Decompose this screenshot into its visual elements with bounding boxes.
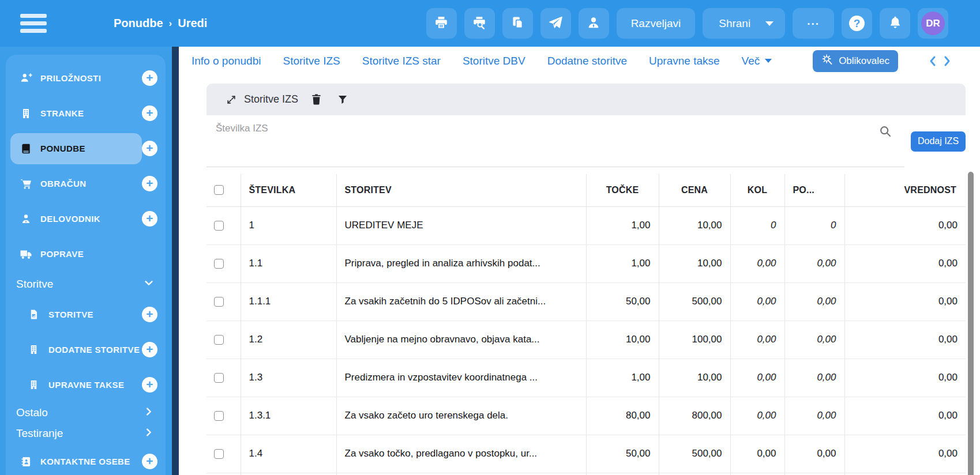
save-button[interactable]: Shrani — [703, 8, 785, 39]
sidebar-item-dodatne-storitve: DODATNE STORITVE + — [10, 332, 157, 367]
cell-kol[interactable]: 0,00 — [730, 321, 784, 359]
column-header-po[interactable]: PO... — [784, 174, 844, 206]
row-checkbox[interactable] — [214, 449, 224, 459]
sidebar-group-testiranje[interactable]: Testiranje — [10, 423, 157, 444]
add-ponudba-button[interactable]: + — [142, 141, 157, 156]
cell-po[interactable]: 0,00 — [784, 435, 844, 473]
search-icon[interactable] — [878, 125, 892, 138]
table-row[interactable]: 1.1 Priprava, pregled in analiza arhivsk… — [206, 244, 966, 282]
undo-button[interactable]: Razveljavi — [617, 8, 696, 39]
sidebar-item-priloznosti: PRILOŽNOSTI + — [10, 61, 157, 96]
row-checkbox[interactable] — [214, 335, 224, 345]
cell-po[interactable]: 0,00 — [784, 321, 844, 359]
table-row[interactable]: 1 UREDITEV MEJE 1,00 10,00 0 0 0,00 — [206, 206, 966, 244]
table-row[interactable]: 1.3 Predizmera in vzpostavitev koordinat… — [206, 359, 966, 397]
send-button[interactable] — [540, 8, 571, 39]
tab-dodatne-storitve[interactable]: Dodatne storitve — [547, 55, 627, 67]
cell-kol[interactable]: 0,00 — [730, 397, 784, 435]
column-header-kol[interactable]: KOL — [730, 174, 784, 206]
add-obracun-button[interactable]: + — [142, 176, 157, 191]
tab-info-o-ponudbi[interactable]: Info o ponudbi — [192, 55, 261, 67]
sidebar-link-ponudbe[interactable]: PONUDBE — [10, 133, 142, 164]
table-row[interactable]: 1.1.1 Za vsakih začetnih do 5 IDPOSov al… — [206, 282, 966, 321]
cell-kol[interactable]: 0,00 — [730, 435, 784, 473]
cell-kol[interactable]: 0,00 — [730, 282, 784, 321]
sidebar-link-dodatne-storitve[interactable]: DODATNE STORITVE — [10, 334, 142, 365]
sidebar-link-kontaktne-osebe[interactable]: KONTAKTNE OSEBE — [10, 446, 142, 475]
row-checkbox[interactable] — [214, 373, 224, 383]
cell-tocke: 1,00 — [586, 206, 659, 244]
tab-more-menu[interactable]: Več — [742, 55, 772, 67]
add-stranka-button[interactable]: + — [142, 105, 157, 121]
vertical-scrollbar[interactable] — [968, 172, 974, 475]
cell-kol[interactable]: 0,00 — [730, 244, 784, 282]
sidebar-item-label: STRANKE — [40, 108, 84, 118]
print-preview-button[interactable] — [464, 8, 495, 39]
notifications-button[interactable] — [880, 8, 910, 39]
cell-po[interactable]: 0 — [784, 206, 844, 244]
help-button[interactable]: ? — [842, 8, 872, 39]
column-header-tocke[interactable]: TOČKE — [586, 174, 659, 206]
add-delovodnik-button[interactable]: + — [142, 211, 157, 227]
sidebar-group-storitve[interactable]: Storitve — [10, 272, 157, 297]
cell-kol[interactable]: 0 — [730, 206, 784, 244]
tab-storitve-izs-star[interactable]: Storitve IZS star — [362, 55, 441, 67]
cell-po[interactable]: 0,00 — [784, 397, 844, 435]
cell-cena: 100,00 — [659, 321, 730, 359]
sidebar-group-ostalo[interactable]: Ostalo — [10, 402, 157, 423]
select-all-checkbox[interactable] — [214, 185, 224, 195]
sidebar-link-stranke[interactable]: STRANKE — [10, 98, 142, 129]
cell-po[interactable]: 0,00 — [784, 359, 844, 397]
filter-icon[interactable] — [337, 94, 348, 105]
sidebar-item-ponudbe: PONUDBE + — [10, 131, 157, 166]
row-checkbox[interactable] — [214, 259, 224, 269]
add-dodatna-storitev-button[interactable]: + — [142, 342, 157, 357]
expand-icon[interactable] — [226, 94, 237, 105]
tab-storitve-izs[interactable]: Storitve IZS — [283, 55, 340, 67]
menu-hamburger-button[interactable] — [20, 14, 47, 33]
cell-po[interactable]: 0,00 — [784, 282, 844, 321]
sidebar-link-priloznosti[interactable]: PRILOŽNOSTI — [10, 63, 142, 94]
add-storitev-button[interactable]: + — [142, 307, 157, 322]
print-button[interactable] — [426, 8, 457, 39]
cell-stevilka: 1.1.1 — [241, 282, 336, 321]
designer-button[interactable]: Oblikovalec — [813, 50, 898, 72]
tab-upravne-takse[interactable]: Upravne takse — [649, 55, 720, 67]
tabs-scroll-right-button[interactable] — [943, 55, 952, 67]
tabs-scroll-left-button[interactable] — [928, 55, 937, 67]
table-row[interactable]: 1.2 Vabljenje na mejno obravnavo, objava… — [206, 321, 966, 359]
sidebar-link-delovodnik[interactable]: DELOVODNIK — [10, 203, 142, 235]
table-row[interactable]: 1.3.1 Za vsako začeto uro terenskega del… — [206, 397, 966, 435]
table-row[interactable]: 1.4 Za vsako točko, predlagano v postopk… — [206, 435, 966, 473]
add-izs-button[interactable]: Dodaj IZS — [911, 131, 966, 152]
chevron-right-icon — [144, 427, 154, 440]
user-avatar[interactable]: DR — [918, 8, 948, 39]
add-priloznost-button[interactable]: + — [142, 70, 157, 86]
sidebar-link-obracun[interactable]: OBRAČUN — [10, 168, 142, 199]
cell-po[interactable]: 0,00 — [784, 244, 844, 282]
column-header-stevilka[interactable]: ŠTEVILKA — [241, 174, 336, 206]
trash-icon[interactable] — [311, 93, 322, 105]
building-icon — [27, 379, 41, 390]
sidebar-link-storitve[interactable]: STORITVE — [10, 299, 142, 330]
stevilka-izs-input[interactable] — [206, 115, 904, 167]
tab-storitve-dbv[interactable]: Storitve DBV — [463, 55, 525, 67]
add-kontaktna-oseba-button[interactable]: + — [142, 454, 157, 469]
cell-kol[interactable]: 0,00 — [730, 359, 784, 397]
row-checkbox[interactable] — [214, 297, 224, 307]
assign-user-button[interactable] — [579, 8, 609, 39]
sidebar-link-upravne-takse[interactable]: UPRAVNE TAKSE — [10, 370, 142, 401]
row-checkbox[interactable] — [214, 221, 224, 231]
add-upravna-taksa-button[interactable]: + — [142, 377, 157, 393]
row-checkbox[interactable] — [214, 411, 224, 421]
cell-tocke: 80,00 — [586, 397, 659, 435]
sidebar-splitter[interactable] — [172, 47, 179, 475]
cell-tocke: 1,00 — [586, 359, 659, 397]
more-actions-button[interactable]: ... — [793, 8, 834, 39]
column-header-vrednost[interactable]: VREDNOST — [844, 174, 966, 206]
column-header-cena[interactable]: CENA — [659, 174, 730, 206]
copy-button[interactable] — [502, 8, 533, 39]
column-header-storitev[interactable]: STORITEV — [336, 174, 586, 206]
breadcrumb-section[interactable]: Ponudbe — [114, 17, 163, 30]
sidebar-link-poprave[interactable]: POPRAVE — [10, 239, 157, 270]
